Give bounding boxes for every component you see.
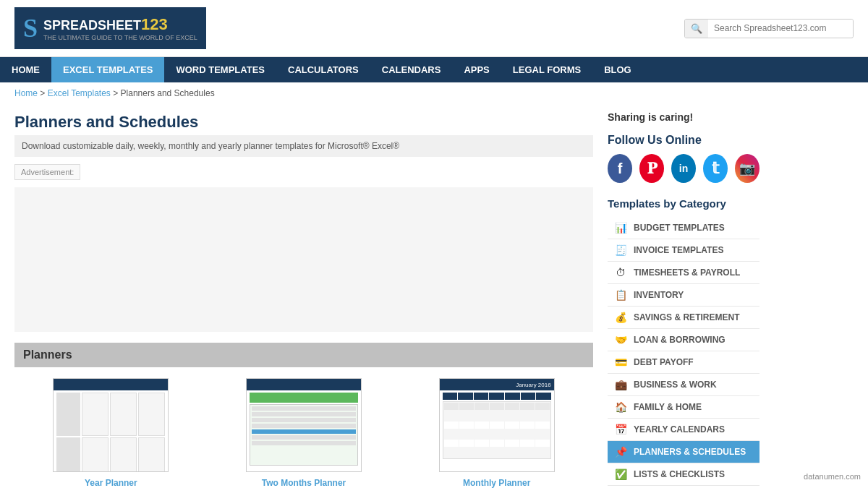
loan-icon [613, 333, 628, 347]
nav-blog[interactable]: BLOG [592, 57, 643, 82]
debt-icon [613, 355, 628, 369]
category-yearly-calendars[interactable]: YEARLY CALENDARS [608, 419, 760, 441]
category-invoice-label: INVOICE TEMPLATES [634, 245, 723, 255]
logo-text: SPREADSHEET123 THE ULTIMATE GUIDE TO THE… [43, 15, 197, 41]
family-icon [613, 400, 628, 414]
category-lists-label: LISTS & CHECKLISTS [634, 469, 725, 479]
breadcrumb-current: Planners and Schedules [121, 88, 215, 98]
planner-item-year: Year Planner XL XLS [22, 378, 200, 488]
planners-icon [613, 445, 628, 459]
advertisement-space [14, 187, 593, 332]
main-nav: HOME EXCEL TEMPLATES WORD TEMPLATES CALC… [0, 57, 868, 82]
category-budget-templates[interactable]: BUDGET TEMPLATES [608, 217, 760, 239]
category-list: BUDGET TEMPLATES INVOICE TEMPLATES TIMES… [608, 217, 760, 488]
breadcrumb-excel-templates[interactable]: Excel Templates [48, 88, 111, 98]
nav-apps[interactable]: APPS [452, 57, 501, 82]
two-months-planner-name[interactable]: Two Months Planner [215, 478, 393, 488]
pinterest-icon[interactable]: 𝐏 [639, 154, 664, 183]
facebook-icon[interactable]: f [608, 154, 632, 183]
category-section-title: Templates by Category [608, 197, 760, 210]
budget-icon [613, 221, 628, 235]
content-area: Planners and Schedules Download customiz… [14, 104, 593, 488]
header: S SPREADSHEET123 THE ULTIMATE GUIDE TO T… [0, 0, 868, 57]
planners-section-header: Planners [14, 343, 593, 367]
category-loan[interactable]: LOAN & BORROWING [608, 329, 760, 351]
monthly-planner-name[interactable]: Monthly Planner [407, 478, 586, 488]
logo-s-letter: S [23, 13, 38, 43]
datanumen-footer: datanumen.com [804, 472, 861, 481]
category-business-label: BUSINESS & WORK [634, 380, 717, 390]
category-inventory-label: INVENTORY [634, 290, 684, 300]
invoice-icon [613, 243, 628, 257]
logo-box: S SPREADSHEET123 THE ULTIMATE GUIDE TO T… [14, 7, 206, 49]
category-planners[interactable]: PLANNERS & SCHEDULES [608, 441, 760, 463]
category-savings[interactable]: SAVINGS & RETIREMENT [608, 307, 760, 329]
spread-label: SPREAD [43, 18, 98, 33]
category-section: Templates by Category BUDGET TEMPLATES I… [608, 197, 760, 488]
category-invoice-templates[interactable]: INVOICE TEMPLATES [608, 239, 760, 262]
category-savings-label: SAVINGS & RETIREMENT [634, 312, 739, 322]
sharing-title: Sharing is caring! [608, 111, 760, 123]
ad-notice: Advertisement: [14, 164, 80, 180]
business-icon [613, 377, 628, 392]
main-layout: Planners and Schedules Download customiz… [0, 104, 868, 488]
sheet-label: SHEET [98, 18, 141, 33]
search-icon[interactable]: 🔍 [685, 20, 708, 38]
page-description: Download customizable daily, weekly, mon… [14, 135, 593, 157]
nav-legal-forms[interactable]: LEGAL FORMS [501, 57, 592, 82]
logo-spread: SPREADSHEET123 [43, 21, 168, 32]
category-business[interactable]: BUSINESS & WORK [608, 374, 760, 396]
follow-box: Follow Us Online f 𝐏 in 𝕥 📷 [608, 134, 760, 183]
category-loan-label: LOAN & BORROWING [634, 335, 726, 345]
logo-area: S SPREADSHEET123 THE ULTIMATE GUIDE TO T… [14, 7, 206, 49]
two-months-planner-thumbnail[interactable] [246, 378, 362, 472]
page-title: Planners and Schedules [14, 104, 593, 135]
planner-item-monthly: January 2016 [407, 378, 586, 488]
nav-excel-templates[interactable]: EXCEL TEMPLATES [51, 57, 164, 82]
year-planner-thumbnail[interactable] [53, 378, 169, 472]
nav-calendars[interactable]: CALENDARS [370, 57, 453, 82]
search-input[interactable] [708, 20, 853, 37]
monthly-planner-thumbnail[interactable]: January 2016 [439, 378, 555, 472]
year-planner-name[interactable]: Year Planner [22, 478, 200, 488]
savings-icon [613, 310, 628, 325]
nav-word-templates[interactable]: WORD TEMPLATES [164, 57, 276, 82]
timesheet-icon [613, 265, 628, 280]
category-budget-label: BUDGET TEMPLATES [634, 223, 725, 233]
sharing-box: Sharing is caring! [608, 111, 760, 123]
logo-tagline: THE ULTIMATE GUIDE TO THE WORLD OF EXCEL [43, 34, 197, 41]
linkedin-icon[interactable]: in [671, 154, 696, 183]
category-debt-label: DEBT PAYOFF [634, 357, 694, 367]
category-yearly-calendars-label: YEARLY CALENDARS [634, 424, 725, 435]
inventory-icon [613, 288, 628, 302]
category-family-label: FAMILY & HOME [634, 402, 702, 412]
nav-home[interactable]: HOME [0, 57, 51, 82]
breadcrumb-home[interactable]: Home [14, 88, 38, 98]
twitter-icon[interactable]: 𝕥 [703, 154, 728, 183]
instagram-icon[interactable]: 📷 [735, 154, 760, 183]
category-timesheets[interactable]: TIMESHEETS & PAYROLL [608, 262, 760, 284]
logo-123: 123 [141, 15, 168, 33]
category-timesheets-label: TIMESHEETS & PAYROLL [634, 267, 740, 278]
category-planners-label: PLANNERS & SCHEDULES [634, 447, 746, 457]
nav-calculators[interactable]: CALCULATORS [276, 57, 370, 82]
planners-grid: Year Planner XL XLS [14, 378, 593, 488]
category-lists-checklists[interactable]: LISTS & CHECKLISTS [608, 463, 760, 486]
planner-item-two-months: Two Months Planner XL XLS [215, 378, 393, 488]
breadcrumb: Home > Excel Templates > Planners and Sc… [0, 82, 868, 104]
social-icons-row: f 𝐏 in 𝕥 📷 [608, 154, 760, 183]
sidebar: Sharing is caring! Follow Us Online f 𝐏 … [608, 104, 760, 488]
lists-icon [613, 467, 628, 481]
search-box[interactable]: 🔍 [684, 19, 854, 38]
category-family[interactable]: FAMILY & HOME [608, 396, 760, 419]
follow-title: Follow Us Online [608, 134, 760, 147]
yearly-calendars-icon [613, 422, 628, 437]
category-inventory[interactable]: INVENTORY [608, 284, 760, 307]
category-debt[interactable]: DEBT PAYOFF [608, 351, 760, 374]
